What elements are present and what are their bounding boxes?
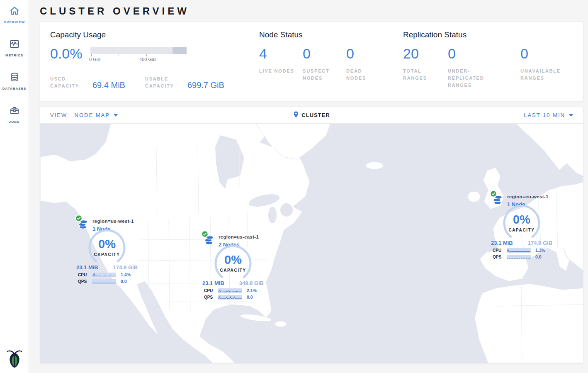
view-selector[interactable]: NODE MAP [75, 112, 118, 118]
suspect-nodes-value: 0 [303, 46, 340, 61]
node-marker-us-west-1[interactable]: region=us-west-1 1 Node 0% CAPACITY 23.1… [75, 215, 139, 284]
healthy-check-icon [490, 190, 497, 199]
view-label: VIEW: [50, 112, 70, 118]
gauge-label: CAPACITY [85, 252, 129, 257]
chevron-down-icon [114, 114, 118, 117]
main-content: CLUSTER OVERVIEW Capacity Usage 0.0% [29, 0, 588, 373]
breadcrumb-cluster: CLUSTER [301, 112, 330, 118]
sidebar-item-metrics[interactable]: METRICS [0, 33, 29, 66]
capacity-bar: 0 GiB 400 GiB [90, 47, 187, 72]
healthy-check-icon [75, 215, 83, 224]
briefcase-icon [9, 105, 20, 117]
sidebar-label-databases: DATABASES [2, 87, 27, 90]
node-marker-us-east-1[interactable]: region=us-east-1 2 Nodes 0% CAPACITY 23.… [201, 230, 265, 300]
used-capacity-value: 69.4 MiB [92, 81, 125, 90]
qps-label: QPS [204, 295, 216, 300]
sidebar-item-databases[interactable]: DATABASES [0, 66, 29, 100]
gauge-percent: 0% [85, 237, 129, 251]
qps-sparkline [218, 295, 242, 300]
metrics-icon [9, 39, 20, 51]
sidebar-item-overview[interactable]: OVERVIEW [0, 0, 29, 33]
gauge-label: CAPACITY [500, 228, 543, 232]
cpu-label: CPU [493, 248, 505, 253]
node-region-label: region=eu-west-1 [507, 194, 549, 199]
sidebar-item-jobs[interactable]: JOBS [0, 100, 29, 133]
cpu-value: 2.1% [247, 288, 257, 293]
map-breadcrumb: CLUSTER [293, 111, 330, 119]
database-icon [9, 72, 20, 84]
node-region-label: region=us-east-1 [219, 234, 259, 239]
node-marker-eu-west-1[interactable]: region=eu-west-1 1 Node 0% CAPACITY 23.1… [490, 190, 554, 259]
cpu-sparkline [507, 248, 531, 253]
dead-nodes-value: 0 [346, 46, 384, 61]
capacity-usage-title: Capacity Usage [50, 30, 259, 39]
app-window: OVERVIEW METRICS DATABASES [0, 0, 588, 373]
cpu-sparkline [218, 288, 242, 293]
cpu-value: 1.3% [535, 248, 545, 253]
chevron-down-icon [569, 114, 573, 117]
healthy-check-icon [201, 230, 209, 239]
node-total-capacity: 349.8 GiB [239, 280, 264, 286]
home-icon [9, 5, 20, 18]
qps-value: 0.0 [247, 295, 253, 300]
total-ranges-label: TOTAL RANGES [403, 68, 442, 82]
qps-label: QPS [78, 279, 90, 284]
node-status-section: Node Status 4 LIVE NODES 0 SUSPECT NODES… [259, 30, 403, 101]
unavailable-ranges-label: UNAVAILABLE RANGES [520, 68, 574, 82]
live-nodes-label: LIVE NODES [259, 68, 297, 75]
sidebar: OVERVIEW METRICS DATABASES [0, 0, 29, 373]
map-pin-icon [293, 111, 298, 119]
qps-value: 0.0 [121, 279, 127, 284]
replication-status-section: Replication Status 20 TOTAL RANGES 0 UND… [403, 30, 583, 101]
node-total-capacity: 174.9 GiB [113, 264, 138, 271]
capacity-usage-section: Capacity Usage 0.0% 0 GiB 400 [40, 30, 259, 101]
replication-status-title: Replication Status [403, 30, 583, 39]
live-nodes-value: 4 [259, 46, 297, 61]
axis-tick-0gib: 0 GiB [89, 57, 101, 62]
usable-capacity-label: USABLE CAPACITY [145, 76, 182, 90]
under-replicated-ranges-label: UNDER-REPLICATED RANGES [448, 68, 502, 89]
total-ranges-value: 20 [403, 46, 442, 61]
capacity-gauge: 0% CAPACITY [211, 245, 255, 280]
time-range-selector[interactable]: LAST 10 MIN [524, 112, 573, 118]
map-toolbar: VIEW: NODE MAP CLUSTER LAST 10 MIN [40, 107, 583, 124]
capacity-gauge: 0% CAPACITY [500, 205, 543, 240]
capacity-gauge: 0% CAPACITY [85, 229, 129, 264]
cpu-label: CPU [78, 273, 90, 277]
sidebar-label-jobs: JOBS [9, 120, 20, 124]
used-capacity-label: USED CAPACITY [50, 76, 87, 90]
gauge-percent: 0% [211, 253, 255, 267]
cpu-value: 1.4% [121, 272, 131, 277]
sidebar-label-overview: OVERVIEW [4, 20, 25, 24]
capacity-axis-ticks [90, 54, 187, 57]
node-total-capacity: 174.9 GiB [528, 240, 552, 246]
qps-label: QPS [493, 255, 505, 259]
gauge-label: CAPACITY [211, 268, 255, 273]
page-title: CLUSTER OVERVIEW [40, 5, 583, 17]
node-used-capacity: 23.1 MiB [76, 264, 98, 271]
node-map: region=us-west-1 1 Node 0% CAPACITY 23.1… [40, 124, 583, 363]
cockroachdb-logo [6, 349, 23, 370]
sidebar-label-metrics: METRICS [5, 54, 23, 57]
capacity-percent: 0.0% [50, 46, 90, 72]
under-replicated-ranges-value: 0 [448, 46, 515, 61]
gauge-percent: 0% [500, 213, 543, 227]
qps-sparkline [92, 279, 116, 284]
dead-nodes-label: DEAD NODES [346, 68, 384, 82]
node-used-capacity: 23.1 MiB [202, 280, 224, 286]
node-map-card: VIEW: NODE MAP CLUSTER LAST 10 MIN [40, 107, 583, 363]
cpu-sparkline [92, 273, 116, 277]
cluster-summary-card: Capacity Usage 0.0% 0 GiB 400 [40, 21, 583, 101]
suspect-nodes-label: SUSPECT NODES [303, 68, 340, 82]
qps-sparkline [507, 255, 531, 259]
unavailable-ranges-value: 0 [520, 46, 574, 61]
axis-tick-400gib: 400 GiB [139, 57, 156, 62]
cpu-label: CPU [204, 288, 216, 293]
node-used-capacity: 23.1 MiB [491, 240, 513, 246]
capacity-bar-other-segment [173, 47, 187, 54]
usable-capacity-value: 699.7 GiB [187, 81, 224, 90]
node-region-label: region=us-west-1 [92, 219, 134, 224]
node-status-title: Node Status [259, 30, 403, 39]
qps-value: 0.0 [535, 254, 542, 259]
